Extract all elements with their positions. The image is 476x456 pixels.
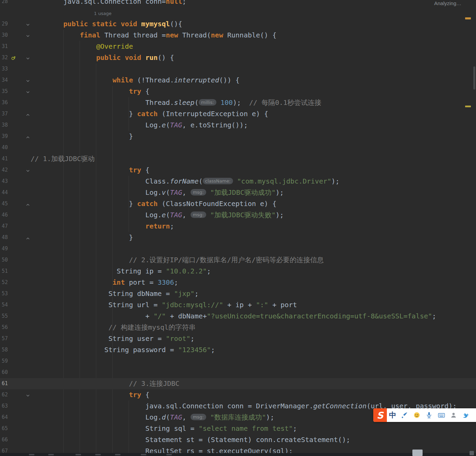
ime-emoji-icon[interactable] xyxy=(411,408,423,422)
toolbar-stub-icon[interactable] xyxy=(141,454,146,455)
line-number[interactable]: 56 xyxy=(2,322,17,333)
warning-stripe-mark[interactable] xyxy=(465,106,471,107)
code-text[interactable]: Log.v(TAG, msg: "加载JDBC驱动成功"); xyxy=(31,187,476,198)
code-text[interactable]: String ip = "10.0.2.2"; xyxy=(31,266,476,277)
line-number[interactable]: 46 xyxy=(2,209,17,221)
fold-end-icon[interactable] xyxy=(26,112,30,116)
code-text[interactable]: while (!Thread.interrupted()) { xyxy=(31,75,476,86)
code-text[interactable]: // 构建连接mysql的字符串 xyxy=(31,322,476,333)
code-text[interactable]: java.sql.Connection conn=null; xyxy=(31,0,476,7)
code-line[interactable]: 51 String ip = "10.0.2.2"; xyxy=(0,266,476,277)
code-rows[interactable]: 28 java.sql.Connection conn=null;1 usage… xyxy=(0,0,476,456)
line-number[interactable]: 66 xyxy=(2,434,17,445)
code-line[interactable]: 55 + "/" + dbName+"?useUnicode=true&char… xyxy=(0,311,476,322)
code-text[interactable]: String password = "123456"; xyxy=(31,344,476,356)
tray-panel[interactable] xyxy=(412,450,423,456)
code-line[interactable]: 58 String password = "123456"; xyxy=(0,344,476,356)
code-line[interactable]: 54 String url = "jdbc:mysql://" + ip + "… xyxy=(0,299,476,311)
code-line[interactable]: 47 return; xyxy=(0,221,476,232)
code-text[interactable]: // 2.设置好IP/端口/数据库名/用户名/密码等必要的连接信息 xyxy=(31,254,476,266)
code-line[interactable]: 29 public static void mymysql(){ xyxy=(0,18,476,30)
line-number[interactable]: 43 xyxy=(2,176,17,187)
fold-end-icon[interactable] xyxy=(26,202,30,206)
code-text[interactable]: } catch (ClassNotFoundException e) { xyxy=(31,198,476,209)
code-line[interactable]: 33 xyxy=(0,63,476,75)
code-line[interactable]: 46 Log.e(TAG, msg: "加载JDBC驱动失败"); xyxy=(0,209,476,221)
line-number[interactable]: 50 xyxy=(2,254,17,266)
line-number[interactable]: 33 xyxy=(2,63,17,75)
code-text[interactable]: Statement st = (Statement) conn.createSt… xyxy=(31,434,476,445)
toolbar-stub-icon[interactable] xyxy=(29,454,34,455)
toolbar-stub-icon[interactable] xyxy=(48,454,54,455)
scrollbar-thumb[interactable] xyxy=(473,66,475,90)
code-line[interactable]: 31 @Override xyxy=(0,41,476,52)
code-text[interactable]: 1 usage xyxy=(31,7,476,19)
line-number[interactable]: 62 xyxy=(2,389,17,400)
code-text[interactable]: Log.e(TAG, e.toString()); xyxy=(31,120,476,131)
code-line[interactable]: 62 try { xyxy=(0,389,476,400)
line-number[interactable]: 36 xyxy=(2,97,17,108)
line-number[interactable]: 40 xyxy=(2,142,17,153)
code-line[interactable]: 32 public void run() { xyxy=(0,52,476,63)
line-number[interactable]: 57 xyxy=(2,333,17,344)
line-number[interactable]: 31 xyxy=(2,41,17,52)
code-text[interactable]: Thread.sleep(millis: 100); // 每隔0.1秒尝试连接 xyxy=(31,97,476,108)
code-text[interactable]: @Override xyxy=(31,41,476,52)
code-text[interactable]: + "/" + dbName+"?useUnicode=true&charact… xyxy=(31,311,476,322)
line-number[interactable]: 37 xyxy=(2,108,17,120)
line-number[interactable]: 52 xyxy=(2,277,17,288)
code-line[interactable]: 48 } xyxy=(0,232,476,243)
code-line[interactable]: 43 Class.forName(className: "com.mysql.j… xyxy=(0,176,476,187)
fold-start-icon[interactable] xyxy=(26,89,30,93)
line-number[interactable]: 44 xyxy=(2,187,17,198)
code-line[interactable]: 59 xyxy=(0,356,476,367)
code-text[interactable]: public static void mymysql(){ xyxy=(31,18,476,30)
usages-inlay-hint[interactable]: 1 usage xyxy=(94,8,112,19)
tray-icon[interactable] xyxy=(470,451,474,455)
fold-start-icon[interactable] xyxy=(26,393,30,397)
fold-start-icon[interactable] xyxy=(26,22,30,26)
code-line[interactable]: 37 } catch (InterruptedException e) { xyxy=(0,108,476,120)
ime-account-icon[interactable] xyxy=(447,408,460,422)
line-number[interactable]: 35 xyxy=(2,86,17,97)
code-text[interactable]: // 1.加载JDBC驱动 xyxy=(31,153,476,164)
line-number[interactable]: 65 xyxy=(2,423,17,434)
code-line[interactable]: 60 xyxy=(0,367,476,378)
code-text[interactable]: } xyxy=(31,232,476,243)
ime-voice-icon[interactable] xyxy=(423,408,435,422)
fold-start-icon[interactable] xyxy=(26,168,30,172)
line-number[interactable]: 39 xyxy=(2,131,17,142)
code-line[interactable]: 44 Log.v(TAG, msg: "加载JDBC驱动成功"); xyxy=(0,187,476,198)
line-number[interactable]: 48 xyxy=(2,232,17,243)
code-line[interactable]: 52 int port = 3306; xyxy=(0,277,476,288)
override-method-icon[interactable] xyxy=(11,55,16,60)
code-line[interactable]: 53 String dbName = "jxp"; xyxy=(0,288,476,299)
code-text[interactable]: String sql = "select name from test"; xyxy=(31,423,476,434)
code-text[interactable]: int port = 3306; xyxy=(31,277,476,288)
code-line[interactable]: 36 Thread.sleep(millis: 100); // 每隔0.1秒尝… xyxy=(0,97,476,108)
code-text[interactable]: String dbName = "jxp"; xyxy=(31,288,476,299)
line-number[interactable]: 49 xyxy=(2,243,17,254)
line-number[interactable]: 38 xyxy=(2,120,17,131)
line-number[interactable]: 64 xyxy=(2,412,17,423)
line-number[interactable]: 60 xyxy=(2,367,17,378)
ime-skin-icon[interactable] xyxy=(460,408,472,422)
code-line[interactable]: 35 try { xyxy=(0,86,476,97)
code-line[interactable]: 40 xyxy=(0,142,476,153)
line-number[interactable]: 59 xyxy=(2,356,17,367)
code-line[interactable]: 34 while (!Thread.interrupted()) { xyxy=(0,75,476,86)
fold-start-icon[interactable] xyxy=(26,33,30,37)
line-number[interactable]: 29 xyxy=(2,18,17,30)
code-line[interactable]: 42 try { xyxy=(0,164,476,176)
line-number[interactable]: 42 xyxy=(2,164,17,176)
fold-start-icon[interactable] xyxy=(26,56,30,60)
code-text[interactable]: String user = "root"; xyxy=(31,333,476,344)
code-line[interactable]: 28 java.sql.Connection conn=null; xyxy=(0,0,476,7)
line-number[interactable]: 30 xyxy=(2,30,17,41)
toolbar-stub-icon[interactable] xyxy=(166,454,172,455)
code-line[interactable]: 50 // 2.设置好IP/端口/数据库名/用户名/密码等必要的连接信息 xyxy=(0,254,476,266)
fold-end-icon[interactable] xyxy=(26,235,30,239)
code-text[interactable]: Class.forName(className: "com.mysql.jdbc… xyxy=(31,176,476,187)
code-text[interactable]: } xyxy=(31,131,476,142)
code-line[interactable]: 49 xyxy=(0,243,476,254)
